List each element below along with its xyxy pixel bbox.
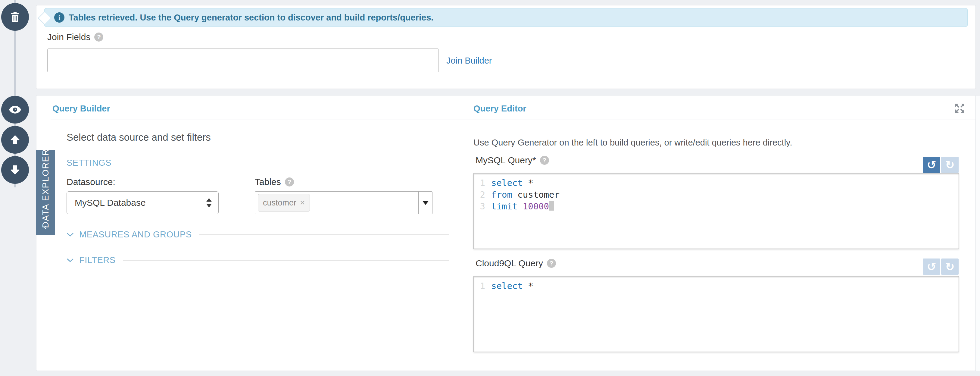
code-line: 1select * [474, 177, 959, 189]
text-cursor [549, 201, 554, 210]
join-fields-input[interactable] [47, 48, 439, 72]
query-editor-panel: Query Editor Use Query Generator on the [459, 96, 976, 371]
divider [119, 163, 449, 163]
arrow-down-icon [9, 164, 21, 176]
help-icon[interactable]: ? [540, 156, 549, 165]
sql-number: 10000 [517, 201, 549, 212]
tables-dropdown-button[interactable] [418, 192, 432, 214]
cloud9ql-query-label: Cloud9QL Query [476, 258, 543, 268]
tables-label: Tables ? [255, 177, 294, 187]
sql-keyword: select [491, 280, 523, 292]
query-builder-panel: Query Builder Select data source and set… [37, 96, 459, 371]
query-builder-title: Query Builder [52, 104, 110, 113]
query-editor-title: Query Editor [473, 104, 527, 113]
cloud9ql-query-editor[interactable]: 1select * [473, 276, 959, 352]
arrow-up-icon [9, 134, 21, 146]
redo-icon[interactable]: ↻ [941, 157, 959, 173]
filters-label: FILTERS [79, 255, 116, 265]
sql-text: * [523, 280, 533, 292]
query-builder-header [51, 96, 459, 120]
code-line: 1select * [474, 280, 959, 292]
table-tag-label: customer [263, 198, 296, 207]
panel-scrollbar[interactable] [976, 96, 980, 371]
join-builder-link[interactable]: Join Builder [446, 56, 492, 66]
filters-section[interactable]: FILTERS [67, 255, 449, 265]
join-fields-label-row: Join Fields ? [47, 32, 103, 42]
banner-callout-arrow [38, 12, 51, 24]
line-number: 3 [474, 201, 491, 212]
collapse-chevron-icon: ‹ [44, 222, 47, 232]
datasource-label-text: Datasource: [67, 177, 115, 187]
redo-icon[interactable]: ↻ [941, 258, 959, 275]
undo-icon[interactable]: ↺ [923, 157, 940, 173]
sql-keyword: select [491, 177, 523, 189]
mysql-history-buttons: ↺ ↻ [922, 157, 959, 173]
datasource-label: Datasource: [67, 177, 115, 187]
caret-down-icon [422, 201, 429, 205]
mysql-query-label-row: MySQL Query* ? [476, 155, 549, 166]
help-icon[interactable]: ? [285, 177, 294, 186]
cloud9ql-history-buttons: ↺ ↻ [922, 258, 959, 275]
line-number: 1 [474, 280, 491, 292]
sql-text: * [523, 177, 533, 189]
info-icon: i [54, 12, 64, 22]
sql-text: customer [512, 189, 560, 201]
data-explorer-tab[interactable]: DATA EXPLORER ‹ [36, 150, 55, 235]
remove-tag-icon[interactable]: × [300, 198, 305, 207]
tables-multiselect[interactable]: customer × [255, 191, 433, 214]
help-icon[interactable]: ? [547, 259, 556, 268]
chevron-down-icon [67, 258, 74, 263]
info-banner: i Tables retrieved. Use the Query genera… [44, 8, 968, 27]
banner-text: Tables retrieved. Use the Query generato… [68, 13, 433, 22]
move-down-button[interactable] [1, 156, 29, 184]
mysql-query-editor[interactable]: 1select * 2from customer 3limit 10000 [473, 173, 959, 249]
query-generator-page: i Tables retrieved. Use the Query genera… [0, 0, 980, 376]
trash-icon [9, 11, 21, 23]
datasource-select[interactable]: MySQL Database [67, 191, 219, 214]
move-up-button[interactable] [1, 126, 29, 154]
code-line: 3limit 10000 [474, 201, 959, 212]
chevron-down-icon [67, 232, 74, 237]
join-fields-label: Join Fields [47, 32, 90, 42]
line-number: 2 [474, 189, 491, 201]
preview-button[interactable] [1, 96, 29, 124]
divider [199, 234, 449, 235]
sql-keyword: from [491, 189, 512, 201]
measures-groups-label: MEASURES AND GROUPS [79, 229, 192, 239]
query-editor-header [459, 96, 976, 120]
divider [123, 260, 449, 261]
expand-icon[interactable] [955, 103, 965, 113]
data-explorer-label: DATA EXPLORER [41, 149, 51, 228]
settings-section-header: SETTINGS [67, 158, 449, 168]
query-panel: Query Builder Select data source and set… [36, 95, 976, 371]
measures-groups-section[interactable]: MEASURES AND GROUPS [67, 229, 449, 239]
triangle-up [206, 198, 212, 202]
datasource-value: MySQL Database [75, 198, 146, 208]
help-icon[interactable]: ? [94, 33, 103, 41]
triangle-down [206, 204, 212, 207]
query-editor-description: Use Query Generator on the left to build… [473, 138, 792, 148]
select-stepper-icon [206, 198, 212, 207]
line-number: 1 [474, 177, 491, 189]
sql-keyword: limit [491, 201, 517, 212]
code-line: 2from customer [474, 189, 959, 201]
settings-label: SETTINGS [67, 158, 111, 168]
eye-icon [8, 103, 22, 116]
join-panel: i Tables retrieved. Use the Query genera… [36, 5, 976, 89]
delete-widget-button[interactable] [1, 3, 29, 31]
query-builder-subtitle: Select data source and set filters [67, 132, 211, 143]
mysql-query-label: MySQL Query* [476, 155, 536, 166]
table-tag: customer × [258, 194, 310, 212]
tables-label-text: Tables [255, 177, 281, 187]
cloud9ql-query-label-row: Cloud9QL Query ? [476, 258, 556, 268]
undo-icon[interactable]: ↺ [923, 258, 940, 275]
